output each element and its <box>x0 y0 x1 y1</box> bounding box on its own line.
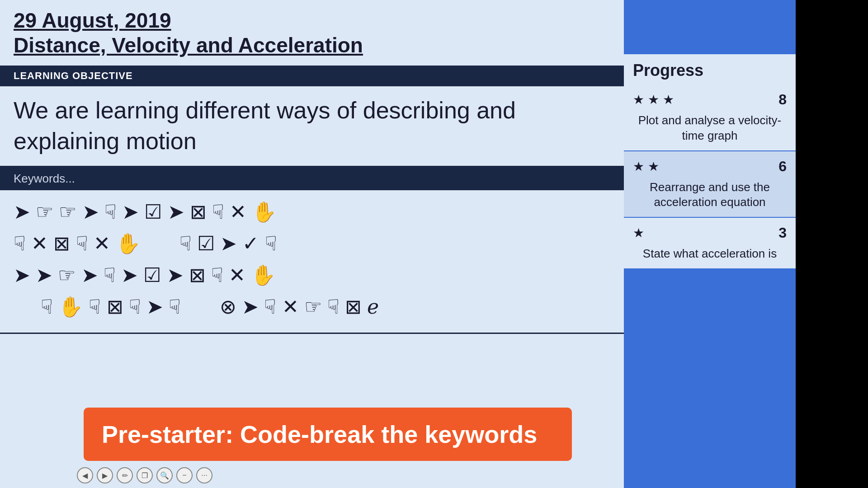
progress-desc-1: Plot and analyse a velocity-time graph <box>633 113 787 144</box>
progress-item-2: ★ ★ 6 Rearrange and use the acceleration… <box>624 151 796 217</box>
progress-item-1: ★ ★ ★ 8 Plot and analyse a velocity-time… <box>624 84 796 150</box>
keywords-bar: Keywords... <box>0 167 624 190</box>
more-button[interactable]: ··· <box>196 467 212 483</box>
next-button[interactable]: ▶ <box>97 467 113 483</box>
sidebar-bottom <box>624 268 796 488</box>
prev-button[interactable]: ◀ <box>77 467 93 483</box>
symbol-row-4: ☟ ✋ ☟ ⊠ ☟ ➤ ☟ ⊗ ➤ ☟ ✕ ☞ ☟ ⊠ ℯ <box>14 292 610 322</box>
progress-row-3: ★ 3 <box>633 225 787 241</box>
stars-1: ★ ★ ★ <box>633 92 674 107</box>
progress-desc-3: State what acceleration is <box>633 246 787 262</box>
header-section: 29 August, 2019 Distance, Velocity and A… <box>0 0 624 66</box>
subject-title: Distance, Velocity and Acceleration <box>14 32 610 59</box>
prestarter-banner: Pre-starter: Code-break the keywords <box>84 408 572 461</box>
keywords-content: ➤ ☞ ☞ ➤ ☟ ➤ ☑ ➤ ⊠ ☟ ✕ ✋ ☟ ✕ ⊠ ☟ ✕ ✋ ☟ ☑ … <box>0 190 624 333</box>
search-button[interactable]: 🔍 <box>156 467 173 483</box>
minus-button[interactable]: − <box>176 467 193 483</box>
progress-item-3: ★ 3 State what acceleration is <box>624 218 796 268</box>
symbol-row-1: ➤ ☞ ☞ ➤ ☟ ➤ ☑ ➤ ⊠ ☟ ✕ ✋ <box>14 197 610 227</box>
learning-objective-text: We are learning different ways of descri… <box>0 86 624 165</box>
progress-header: Progress <box>624 54 796 84</box>
progress-title: Progress <box>633 61 787 80</box>
section-divider-2 <box>0 333 624 334</box>
score-3: 3 <box>778 225 787 241</box>
main-area: 29 August, 2019 Distance, Velocity and A… <box>0 0 624 488</box>
date-title: 29 August, 2019 <box>14 9 610 32</box>
stars-2: ★ ★ <box>633 159 659 174</box>
symbol-row-2: ☟ ✕ ⊠ ☟ ✕ ✋ ☟ ☑ ➤ ✓ ☟ <box>14 229 610 258</box>
score-2: 6 <box>778 158 787 175</box>
copy-button[interactable]: ❐ <box>137 467 153 483</box>
symbol-row-3: ➤ ➤ ☞ ➤ ☟ ➤ ☑ ➤ ⊠ ☟ ✕ ✋ <box>14 260 610 290</box>
progress-row-1: ★ ★ ★ 8 <box>633 91 787 108</box>
edit-button[interactable]: ✏ <box>117 467 133 483</box>
toolbar: ◀ ▶ ✏ ❐ 🔍 − ··· <box>77 467 212 483</box>
stars-3: ★ <box>633 225 644 240</box>
prestarter-text: Pre-starter: Code-break the keywords <box>102 421 537 448</box>
learning-objective-bar: LEARNING OBJECTIVE <box>0 66 624 86</box>
sidebar-top <box>624 0 796 54</box>
score-1: 8 <box>778 91 787 108</box>
sidebar: Progress ★ ★ ★ 8 Plot and analyse a velo… <box>624 0 796 488</box>
progress-row-2: ★ ★ 6 <box>633 158 787 175</box>
progress-desc-2: Rearrange and use the acceleration equat… <box>633 180 787 211</box>
